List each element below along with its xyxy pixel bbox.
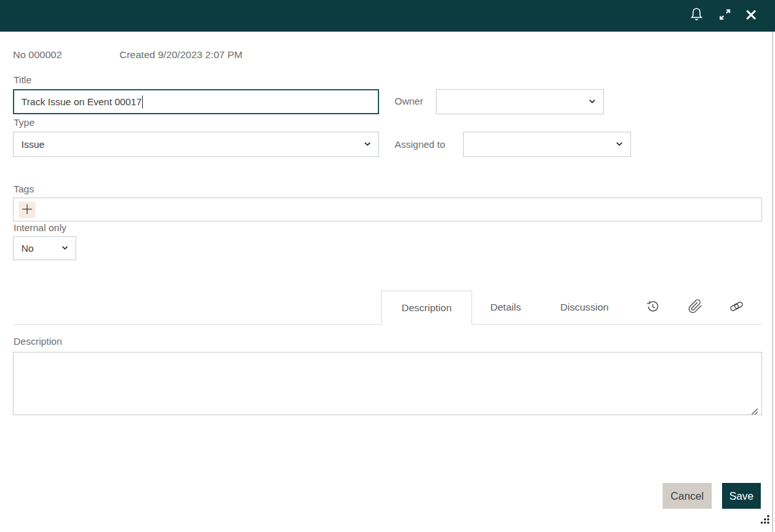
expand-button[interactable]	[714, 5, 735, 26]
internal-only-select-value: No	[21, 243, 34, 254]
title-label: Title	[14, 74, 32, 85]
history-icon	[645, 299, 660, 316]
assigned-to-label: Assigned to	[395, 139, 445, 150]
window-right-border	[772, 32, 773, 532]
title-input-value: Track Issue on Event 00017	[21, 96, 141, 107]
chevron-down-icon	[587, 96, 597, 108]
tab-description[interactable]: Description	[381, 291, 472, 325]
dialog-titlebar	[0, 0, 775, 32]
tab-details[interactable]: Details	[473, 291, 538, 324]
history-button[interactable]	[643, 298, 661, 316]
chevron-down-icon	[362, 138, 373, 150]
tags-label: Tags	[14, 183, 34, 194]
owner-label: Owner	[395, 96, 423, 107]
issue-dialog: No 000002 Created 9/20/2023 2:07 PM Titl…	[0, 0, 775, 532]
type-select[interactable]: Issue	[13, 132, 379, 157]
close-button[interactable]	[741, 5, 761, 26]
tags-container[interactable]	[13, 198, 762, 221]
paperclip-icon	[688, 299, 703, 316]
link-icon	[728, 298, 745, 316]
internal-only-select[interactable]: No	[13, 236, 76, 260]
plus-icon	[21, 203, 33, 217]
description-textarea[interactable]	[13, 352, 762, 415]
link-button[interactable]	[727, 298, 745, 316]
owner-select[interactable]	[436, 89, 604, 114]
title-input[interactable]: Track Issue on Event 00017	[13, 89, 379, 114]
chevron-down-icon	[60, 243, 70, 254]
cancel-button[interactable]: Cancel	[663, 483, 712, 509]
notifications-button[interactable]	[686, 5, 707, 26]
assigned-to-select[interactable]	[463, 132, 631, 157]
type-select-value: Issue	[21, 139, 45, 150]
save-button[interactable]: Save	[722, 483, 761, 509]
bell-icon	[688, 6, 705, 25]
window-resize-grip-icon[interactable]	[760, 514, 770, 525]
description-label: Description	[14, 336, 62, 347]
text-caret	[142, 96, 143, 108]
expand-icon	[718, 8, 732, 23]
close-icon	[744, 8, 758, 24]
tab-discussion[interactable]: Discussion	[542, 291, 626, 324]
type-label: Type	[14, 117, 35, 128]
attachments-button[interactable]	[686, 298, 704, 316]
record-number: No 000002	[13, 49, 62, 61]
internal-only-label: Internal only	[14, 222, 67, 233]
chevron-down-icon	[614, 138, 625, 150]
created-timestamp: Created 9/20/2023 2:07 PM	[119, 49, 242, 61]
add-tag-button[interactable]	[19, 201, 36, 218]
